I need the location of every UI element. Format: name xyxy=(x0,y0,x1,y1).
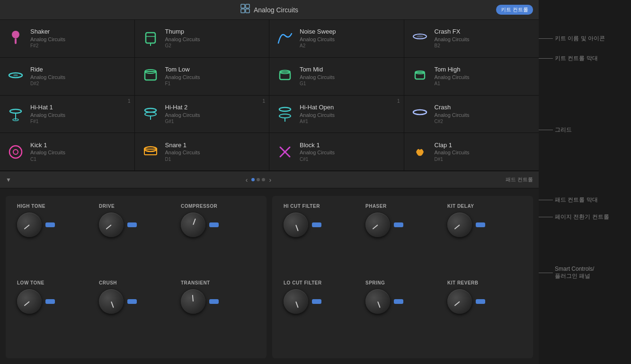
knob-btn-high-tone[interactable] xyxy=(45,222,55,227)
drum-pack-thump: Analog Circuits xyxy=(165,36,200,43)
svg-point-10 xyxy=(417,36,423,38)
knob-phaser[interactable] xyxy=(365,213,390,237)
drum-name-crash-fx: Crash FX xyxy=(435,28,470,36)
knob-label-low-tone: LOW TONE xyxy=(17,280,44,285)
next-page-button[interactable]: › xyxy=(267,176,273,184)
drum-icon-clap1 xyxy=(410,142,430,162)
drum-pack-crash: Analog Circuits xyxy=(435,112,470,118)
drum-note-shaker: F#2 xyxy=(30,43,65,49)
drum-cell-kick1[interactable]: Kick 1Analog CircuitsC1 xyxy=(0,133,135,171)
knob-with-btn-crush xyxy=(99,289,137,314)
drum-pack-hihat1: Analog Circuits xyxy=(30,112,65,118)
drum-icon-tom-high xyxy=(410,66,430,86)
knob-btn-spring[interactable] xyxy=(394,299,403,304)
drum-note-clap1: D#1 xyxy=(435,156,470,162)
knob-btn-kit-delay[interactable] xyxy=(476,222,485,227)
drum-cell-thump[interactable]: ThumpAnalog CircuitsG2 xyxy=(135,20,270,58)
prev-page-button[interactable]: ‹ xyxy=(244,176,250,184)
drum-note-block1: C#1 xyxy=(300,156,335,162)
drum-icon-ride xyxy=(6,66,26,86)
knob-btn-crush[interactable] xyxy=(127,299,137,304)
knob-with-btn-kit-delay xyxy=(447,213,485,237)
smart-controls-panel: HIGH TONEDRIVECOMPRESSORLOW TONECRUSHTRA… xyxy=(0,188,539,364)
drum-cell-tom-high[interactable]: Tom HighAnalog CircuitsA1 xyxy=(404,58,539,96)
knob-transient[interactable] xyxy=(181,289,205,314)
drum-cell-shaker[interactable]: ShakerAnalog CircuitsF#2 xyxy=(0,20,135,58)
pagination: ‹ › xyxy=(244,176,273,184)
knob-with-btn-lo-cut-filter xyxy=(284,289,321,314)
drum-name-hihat2: Hi-Hat 2 xyxy=(165,104,200,112)
drum-pack-block1: Analog Circuits xyxy=(300,149,335,156)
drum-grid: ShakerAnalog CircuitsF#2ThumpAnalog Circ… xyxy=(0,20,539,171)
knob-group-phaser: PHASER xyxy=(362,204,444,237)
page-dot-1[interactable] xyxy=(251,178,255,181)
drum-note-thump: G2 xyxy=(165,43,200,49)
drum-note-hihat-open: A#1 xyxy=(300,118,335,124)
drum-cell-snare1[interactable]: Snare 1Analog CircuitsD1 xyxy=(135,133,270,171)
knob-spring[interactable] xyxy=(365,289,390,314)
drum-info-hihat2: Hi-Hat 2Analog CircuitsG#1 xyxy=(165,104,200,124)
drum-info-noise-sweep: Noise SweepAnalog CircuitsA2 xyxy=(300,28,336,49)
drum-cell-crash[interactable]: CrashAnalog CircuitsC#2 xyxy=(404,96,539,133)
drum-info-crash-fx: Crash FXAnalog CircuitsB2 xyxy=(435,28,470,49)
knob-group-kit-reverb: KIT REVERB xyxy=(444,280,525,314)
drum-info-clap1: Clap 1Analog CircuitsD#1 xyxy=(435,142,470,162)
drum-cell-block1[interactable]: Block 1Analog CircuitsC#1 xyxy=(269,133,404,171)
drum-info-tom-low: Tom LowAnalog CircuitsF1 xyxy=(165,66,200,87)
svg-rect-6 xyxy=(146,33,155,43)
drum-icon-tom-low xyxy=(141,66,160,86)
drum-name-ride: Ride xyxy=(30,66,65,74)
knob-btn-low-tone[interactable] xyxy=(45,299,55,304)
knob-compressor[interactable] xyxy=(181,213,205,237)
drum-note-tom-mid: G1 xyxy=(300,80,335,87)
knob-label-kit-reverb: KIT REVERB xyxy=(447,280,479,285)
knob-low-tone[interactable] xyxy=(17,289,42,314)
drum-icon-hihat-open xyxy=(275,104,295,124)
knob-kit-delay[interactable] xyxy=(447,213,472,237)
knob-btn-kit-reverb[interactable] xyxy=(476,299,485,304)
knob-drive[interactable] xyxy=(99,213,124,237)
svg-point-4 xyxy=(12,31,19,38)
knob-btn-lo-cut-filter[interactable] xyxy=(312,299,321,304)
knob-btn-drive[interactable] xyxy=(127,222,137,227)
drum-name-clap1: Clap 1 xyxy=(435,142,470,150)
drum-name-thump: Thump xyxy=(165,28,200,36)
knob-btn-hi-cut-filter[interactable] xyxy=(312,222,321,227)
knob-hi-cut-filter[interactable] xyxy=(284,213,308,237)
drum-cell-tom-low[interactable]: Tom LowAnalog CircuitsF1 xyxy=(135,58,270,96)
drum-cell-hihat1[interactable]: Hi-Hat 1Analog CircuitsF#11 xyxy=(0,96,135,133)
drum-info-tom-mid: Tom MidAnalog CircuitsG1 xyxy=(300,66,335,87)
drum-cell-ride[interactable]: RideAnalog CircuitsD#2 xyxy=(0,58,135,96)
knob-btn-phaser[interactable] xyxy=(394,222,403,227)
controls-panel-right: HI CUT FILTERPHASERKIT DELAYLO CUT FILTE… xyxy=(272,196,533,358)
knob-btn-transient[interactable] xyxy=(209,299,219,304)
page-dot-3[interactable] xyxy=(262,178,265,181)
drum-icon-hihat1 xyxy=(6,104,26,124)
knob-high-tone[interactable] xyxy=(17,213,42,237)
knob-kit-reverb[interactable] xyxy=(447,289,472,314)
drum-pack-snare1: Analog Circuits xyxy=(165,149,200,156)
drum-cell-noise-sweep[interactable]: Noise SweepAnalog CircuitsA2 xyxy=(269,20,404,58)
knob-btn-compressor[interactable] xyxy=(209,222,219,227)
svg-point-22 xyxy=(145,108,156,112)
toggle-arrow[interactable]: ▼ xyxy=(6,177,11,183)
svg-point-25 xyxy=(279,107,291,111)
knob-crush[interactable] xyxy=(99,289,124,314)
page-dot-2[interactable] xyxy=(257,178,260,181)
drum-info-ride: RideAnalog CircuitsD#2 xyxy=(30,66,65,87)
pad-controls-label: 패드 컨트롤 xyxy=(506,176,533,183)
controls-row-right-panel-row2: LO CUT FILTERSPRINGKIT REVERB xyxy=(280,280,525,351)
drum-note-crash: C#2 xyxy=(435,118,470,124)
kit-controls-button[interactable]: 키트 컨트롤 xyxy=(496,5,533,15)
drum-name-hihat1: Hi-Hat 1 xyxy=(30,104,65,112)
drum-cell-crash-fx[interactable]: Crash FXAnalog CircuitsB2 xyxy=(404,20,539,58)
drum-cell-tom-mid[interactable]: Tom MidAnalog CircuitsG1 xyxy=(269,58,404,96)
drum-pack-hihat-open: Analog Circuits xyxy=(300,112,335,118)
knob-lo-cut-filter[interactable] xyxy=(284,289,308,314)
drum-cell-hihat-open[interactable]: Hi-Hat OpenAnalog CircuitsA#11 xyxy=(269,96,404,133)
drum-pack-kick1: Analog Circuits xyxy=(30,149,65,156)
knob-label-kit-delay: KIT DELAY xyxy=(447,204,474,209)
knob-label-crush: CRUSH xyxy=(99,280,117,285)
drum-cell-hihat2[interactable]: Hi-Hat 2Analog CircuitsG#11 xyxy=(135,96,270,133)
drum-cell-clap1[interactable]: Clap 1Analog CircuitsD#1 xyxy=(404,133,539,171)
